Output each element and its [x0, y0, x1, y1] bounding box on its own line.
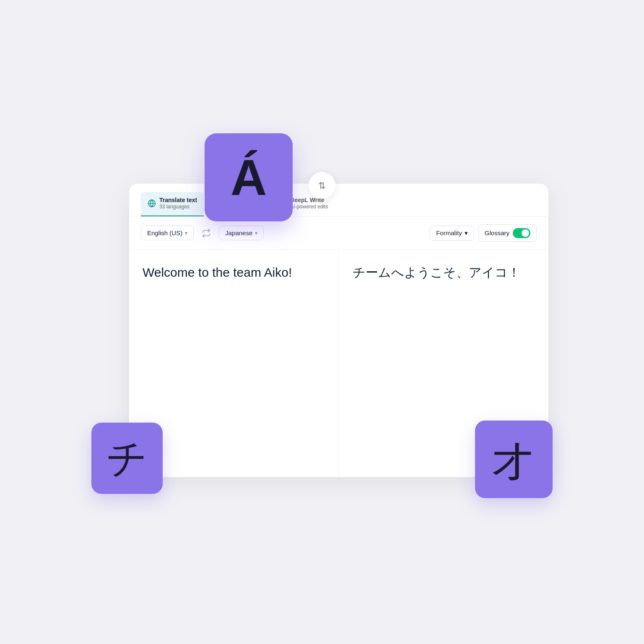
source-lang-chevron: ▾ — [185, 230, 187, 236]
tile-top-char: Á — [231, 152, 267, 203]
tab-translate-text-title: Translate text — [159, 196, 197, 204]
tab-translate-text-content: Translate text 33 languages — [159, 196, 197, 210]
globe-icon — [148, 199, 156, 208]
tile-bottom-left-char: チ — [106, 438, 148, 478]
formality-label: Formality — [436, 229, 462, 236]
glossary-toggle[interactable] — [513, 228, 530, 238]
floating-tile-top: Á — [205, 133, 293, 221]
formality-chevron: ▾ — [465, 229, 468, 237]
swap-icon: ⇄ — [317, 182, 327, 189]
glossary-button[interactable]: Glossary — [478, 224, 537, 242]
swap-languages-button[interactable] — [198, 225, 215, 242]
tile-bottom-right-char: オ — [490, 436, 538, 483]
glossary-label: Glossary — [485, 229, 509, 236]
target-lang-button[interactable]: Japanese ▾ — [219, 226, 264, 240]
lang-toolbar: English (US) ▾ Japanese ▾ Formality ▾ — [129, 217, 548, 250]
target-lang-label: Japanese — [225, 229, 252, 236]
source-text: Welcome to the team Aiko! — [143, 263, 325, 282]
formality-button[interactable]: Formality ▾ — [430, 226, 474, 241]
target-text: チームへようこそ、アイコ！ — [353, 263, 535, 282]
target-lang-chevron: ▾ — [255, 230, 257, 236]
tab-translate-text[interactable]: Translate text 33 languages — [141, 192, 204, 216]
floating-tile-bottom-left: チ — [91, 423, 163, 494]
swap-bubble: ⇄ — [309, 172, 335, 199]
tab-write-subtitle: AI-powered edits — [290, 204, 328, 210]
tab-translate-text-subtitle: 33 languages — [159, 204, 197, 210]
source-lang-label: English (US) — [147, 229, 182, 236]
scene: Á ⇄ Translate text 33 languages — [91, 133, 553, 511]
source-lang-button[interactable]: English (US) ▾ — [141, 226, 194, 240]
tab-bar: Translate text 33 languages Translate fi… — [129, 184, 548, 217]
floating-tile-bottom-right: オ — [475, 421, 553, 498]
